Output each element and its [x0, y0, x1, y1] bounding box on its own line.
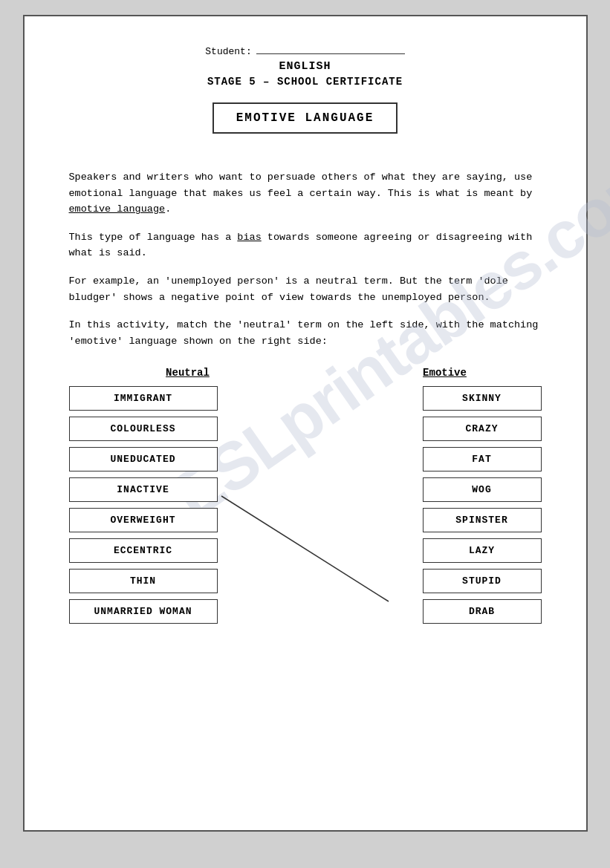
student-line: Student: — [69, 46, 542, 57]
matching-row-2: COLOURLESS CRAZY — [69, 417, 542, 441]
matching-row-8: UNMARRIED WOMAN DRAB — [69, 599, 542, 624]
matching-row-5: OVERWEIGHT SPINSTER — [69, 508, 542, 532]
neutral-term-immigrant: IMMIGRANT — [69, 386, 218, 411]
header-section: Student: ENGLISH STAGE 5 – SCHOOL CERTIF… — [69, 46, 542, 154]
paragraph-3: For example, an 'unemployed person' is a… — [69, 273, 542, 305]
student-underline-field[interactable] — [256, 53, 405, 54]
neutral-term-eccentric: ECCENTRIC — [69, 538, 218, 563]
matching-row-1: IMMIGRANT SKINNY — [69, 386, 542, 411]
emotive-language-underline: emotive language — [69, 203, 166, 215]
matching-row-7: THIN STUPID — [69, 569, 542, 593]
emotive-term-fat: FAT — [423, 447, 542, 471]
emotive-term-drab: DRAB — [423, 599, 542, 624]
paragraph-1: Speakers and writers who want to persuad… — [69, 169, 542, 218]
paragraph-2: This type of language has a bias towards… — [69, 229, 542, 261]
title-english: ENGLISH — [69, 60, 542, 73]
emotive-term-lazy: LAZY — [423, 538, 542, 563]
emotive-term-skinny: SKINNY — [423, 386, 542, 411]
emotive-term-crazy: CRAZY — [423, 417, 542, 441]
emotive-term-stupid: STUPID — [423, 569, 542, 593]
neutral-term-inactive: INACTIVE — [69, 477, 218, 502]
matching-row-6: ECCENTRIC LAZY — [69, 538, 542, 563]
neutral-column-header: Neutral — [84, 367, 292, 379]
worksheet-page: ESLprintables.com Student: ENGLISH STAGE… — [23, 15, 588, 832]
worksheet-title: EMOTIVE LANGUAGE — [212, 102, 398, 134]
emotive-term-spinster: SPINSTER — [423, 508, 542, 532]
emotive-term-wog: WOG — [423, 477, 542, 502]
neutral-term-thin: THIN — [69, 569, 218, 593]
matching-row-4: INACTIVE WOG — [69, 477, 542, 502]
student-label: Student: — [205, 46, 251, 57]
emotive-column-header: Emotive — [363, 367, 527, 379]
neutral-term-overweight: OVERWEIGHT — [69, 508, 218, 532]
title-stage: STAGE 5 – SCHOOL CERTIFICATE — [69, 76, 542, 88]
columns-header: Neutral Emotive — [69, 367, 542, 379]
matching-area: IMMIGRANT SKINNY COLOURLESS CRAZY UNEDUC… — [69, 386, 542, 624]
neutral-term-unmarried-woman: UNMARRIED WOMAN — [69, 599, 218, 624]
bias-underline: bias — [237, 232, 261, 243]
neutral-term-uneducated: UNEDUCATED — [69, 447, 218, 471]
activity-section: Neutral Emotive IMMIGRANT SKINNY COLOURL… — [69, 367, 542, 624]
paragraph-4: In this activity, match the 'neutral' te… — [69, 317, 542, 349]
neutral-term-colourless: COLOURLESS — [69, 417, 218, 441]
matching-row-3: UNEDUCATED FAT — [69, 447, 542, 471]
